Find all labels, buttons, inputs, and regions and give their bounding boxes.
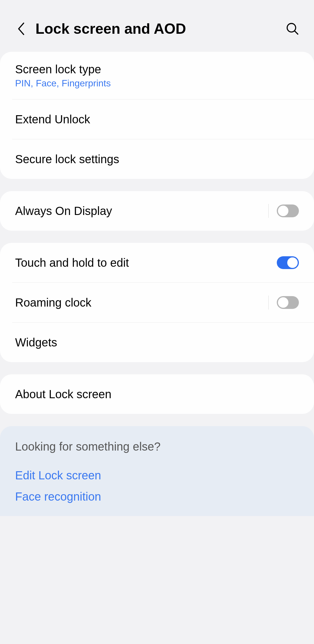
setting-title: Screen lock type [15, 62, 299, 77]
screen-lock-type-row[interactable]: Screen lock type PIN, Face, Fingerprints [0, 52, 314, 99]
roaming-clock-row[interactable]: Roaming clock [0, 283, 314, 322]
suggestions-heading: Looking for something else? [15, 440, 299, 453]
search-icon [286, 22, 299, 35]
face-recognition-link[interactable]: Face recognition [15, 486, 299, 507]
setting-subtitle: PIN, Face, Fingerprints [15, 78, 299, 89]
chevron-left-icon [17, 22, 26, 35]
aod-card: Always On Display [0, 191, 314, 231]
about-lock-screen-row[interactable]: About Lock screen [0, 374, 314, 414]
setting-title: Widgets [15, 335, 299, 350]
customize-card: Touch and hold to edit Roaming clock Wid… [0, 243, 314, 362]
toggle-thumb [278, 206, 288, 216]
roaming-clock-toggle[interactable] [277, 296, 299, 309]
setting-title: Touch and hold to edit [15, 255, 277, 270]
always-on-display-toggle[interactable] [277, 204, 299, 217]
secure-lock-settings-row[interactable]: Secure lock settings [0, 139, 314, 179]
lock-settings-card: Screen lock type PIN, Face, Fingerprints… [0, 52, 314, 179]
setting-title: Roaming clock [15, 295, 268, 310]
toggle-thumb [287, 257, 298, 268]
search-button[interactable] [286, 22, 299, 36]
svg-line-1 [295, 31, 298, 34]
extend-unlock-row[interactable]: Extend Unlock [0, 99, 314, 139]
divider [268, 296, 269, 309]
touch-hold-edit-toggle[interactable] [277, 256, 299, 269]
setting-title: Always On Display [15, 203, 268, 218]
suggestions-card: Looking for something else? Edit Lock sc… [0, 426, 314, 516]
setting-title: Secure lock settings [15, 152, 299, 167]
toggle-thumb [278, 297, 288, 308]
header: Lock screen and AOD [0, 0, 314, 52]
page-title: Lock screen and AOD [35, 20, 279, 37]
setting-title: Extend Unlock [15, 112, 299, 127]
widgets-row[interactable]: Widgets [0, 323, 314, 362]
about-card: About Lock screen [0, 374, 314, 414]
setting-title: About Lock screen [15, 387, 299, 402]
divider [268, 204, 269, 218]
back-button[interactable] [15, 22, 28, 36]
touch-hold-edit-row[interactable]: Touch and hold to edit [0, 243, 314, 282]
edit-lock-screen-link[interactable]: Edit Lock screen [15, 465, 299, 486]
always-on-display-row[interactable]: Always On Display [0, 191, 314, 231]
